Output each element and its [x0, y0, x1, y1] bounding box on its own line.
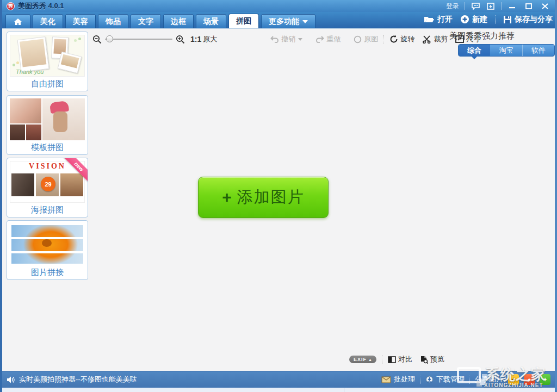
- sidebar-item-label: 模板拼图: [10, 140, 85, 154]
- stitch-divider: [11, 251, 83, 253]
- batch-icon: [381, 376, 391, 383]
- open-button[interactable]: 打开: [424, 15, 453, 24]
- zoom-slider-handle[interactable]: [106, 35, 113, 42]
- sidebar-item-free-collage[interactable]: Thank you 自由拼图: [7, 32, 88, 91]
- plus-circle-icon: [460, 15, 469, 24]
- download-label: 下载管理: [436, 375, 465, 384]
- status-bar: 实时美颜拍照神器--不修图也能美美哒 批处理 下载管理 分享图片 ★ ●: [2, 371, 555, 388]
- message-box-icon[interactable]: [486, 2, 496, 10]
- canvas-bottom-tools: EXIF ▲ 对比 预览: [349, 354, 444, 365]
- batch-process-button[interactable]: 批处理: [381, 375, 415, 384]
- tab-label: 场景: [203, 17, 219, 27]
- tab-beautify[interactable]: 美化: [33, 14, 63, 28]
- statusbar-separator: [420, 376, 420, 384]
- zoom-in-icon[interactable]: [176, 35, 185, 44]
- add-pictures-button[interactable]: + 添加图片: [198, 177, 329, 218]
- tab-label: 文字: [138, 17, 153, 27]
- share-pictures-button[interactable]: 分享图片: [475, 375, 503, 384]
- rotate-button[interactable]: 旋转: [389, 34, 414, 44]
- tab-label: 美容: [73, 17, 88, 27]
- free-collage-thumbnail: Thank you: [10, 35, 85, 77]
- feedback-chat-icon[interactable]: [471, 2, 480, 10]
- sidebar-item-photo-stitch[interactable]: 图片拼接: [7, 220, 88, 280]
- folder-open-icon: [424, 15, 435, 23]
- announcement-text: 实时美颜拍照神器--不修图也能美美哒: [19, 375, 137, 384]
- topbar-separator: [495, 15, 496, 24]
- original-image-button[interactable]: 原图: [354, 34, 378, 44]
- tab-scene[interactable]: 场景: [196, 14, 226, 28]
- wechat-share-icon[interactable]: ✦: [540, 374, 550, 385]
- announcement-area[interactable]: 实时美颜拍照神器--不修图也能美美哒: [7, 375, 137, 384]
- bottom-edge-tick: [344, 388, 344, 392]
- redo-label: 重做: [326, 34, 341, 44]
- tab-frame[interactable]: 边框: [163, 14, 194, 28]
- redo-button[interactable]: 重做: [315, 34, 341, 44]
- login-link[interactable]: 登录: [446, 2, 459, 11]
- recommend-tab-software[interactable]: 软件: [522, 45, 554, 56]
- tab-cosmetic[interactable]: 美容: [65, 14, 96, 28]
- tab-accessories[interactable]: 饰品: [98, 14, 128, 28]
- titlebar-controls: 登录: [446, 2, 550, 11]
- crop-label: 裁剪: [434, 34, 448, 44]
- batch-label: 批处理: [394, 375, 415, 384]
- poster-number-badge: 29: [41, 177, 55, 191]
- recommend-tab-taobao[interactable]: 淘宝: [490, 45, 522, 56]
- maximize-icon[interactable]: [523, 2, 534, 10]
- compare-button[interactable]: 对比: [388, 354, 412, 364]
- tab-home[interactable]: [5, 14, 30, 28]
- zoom-slider-track[interactable]: [105, 39, 172, 40]
- save-share-button[interactable]: 保存与分享: [503, 15, 553, 24]
- titlebar-separator: [501, 2, 502, 10]
- download-icon: [425, 376, 434, 384]
- tab-label: 饰品: [106, 17, 121, 27]
- undo-label: 撤销: [281, 34, 295, 44]
- tab-collage-active[interactable]: 拼图: [228, 14, 259, 28]
- download-manager-button[interactable]: 下载管理: [425, 375, 465, 384]
- zoom-slider[interactable]: [105, 35, 172, 43]
- sidebar-item-template-collage[interactable]: 模板拼图: [7, 95, 88, 155]
- recommend-tabs: 综合 淘宝 软件: [458, 44, 555, 57]
- decor-leaf: [78, 38, 81, 40]
- original-label: 原图: [364, 34, 378, 44]
- undo-button[interactable]: 撤销: [270, 34, 295, 44]
- thumb-photo: [10, 98, 41, 123]
- minimize-icon[interactable]: [507, 2, 518, 10]
- sidebar-item-poster-collage[interactable]: VISION 29 new 海报拼图: [7, 158, 88, 217]
- new-label: 新建: [472, 15, 487, 24]
- app-window: 秀 美图秀秀 4.0.1 登录: [0, 0, 557, 392]
- toolbar-separator: [383, 35, 384, 43]
- compare-label: 对比: [398, 354, 412, 364]
- weibo-share-icon[interactable]: ●: [524, 374, 535, 385]
- template-collage-thumbnail: [10, 98, 85, 140]
- qzone-share-icon[interactable]: ★: [508, 374, 519, 385]
- canvas-toolbar: 1:1 原大 撤销 重做 原图 旋转: [92, 33, 480, 46]
- statusbar-separator: [469, 376, 470, 384]
- sidebar-item-label: 海报拼图: [10, 203, 85, 217]
- main-tab-bar: 美化 美容 饰品 文字 边框 场景 拼图 更多功能 打开 新建: [2, 12, 555, 29]
- polaroid-photo: [58, 52, 82, 73]
- window-bottom-edge: [2, 388, 555, 392]
- close-icon[interactable]: [540, 2, 550, 10]
- fit-original-label[interactable]: 原大: [203, 34, 217, 44]
- zoom-ratio-label[interactable]: 1:1: [190, 35, 201, 43]
- zoom-out-icon[interactable]: [92, 35, 102, 44]
- titlebar-separator: [465, 2, 465, 10]
- save-icon: [503, 15, 512, 24]
- new-button[interactable]: 新建: [460, 15, 487, 24]
- chevron-down-icon: [302, 20, 308, 23]
- tab-label: 美化: [40, 17, 55, 27]
- recommend-tab-general[interactable]: 综合: [459, 45, 490, 56]
- tab-more-features[interactable]: 更多功能: [261, 14, 315, 28]
- tab-text[interactable]: 文字: [131, 14, 161, 28]
- preview-button[interactable]: 预览: [420, 354, 444, 364]
- workspace: 1:1 原大 撤销 重做 原图 旋转: [2, 29, 555, 371]
- tab-label: 边框: [171, 17, 186, 27]
- home-icon: [14, 18, 22, 26]
- sidebar-item-label: 自由拼图: [10, 77, 85, 91]
- crop-button[interactable]: 裁剪: [422, 34, 448, 44]
- triangle-up-icon: ▲: [368, 358, 373, 362]
- undo-dropdown-icon[interactable]: [298, 38, 302, 41]
- statusbar-tools: 批处理 下载管理 分享图片 ★ ● ✦: [381, 374, 550, 385]
- exif-badge[interactable]: EXIF ▲: [349, 356, 376, 363]
- thumb-photo: [42, 98, 85, 140]
